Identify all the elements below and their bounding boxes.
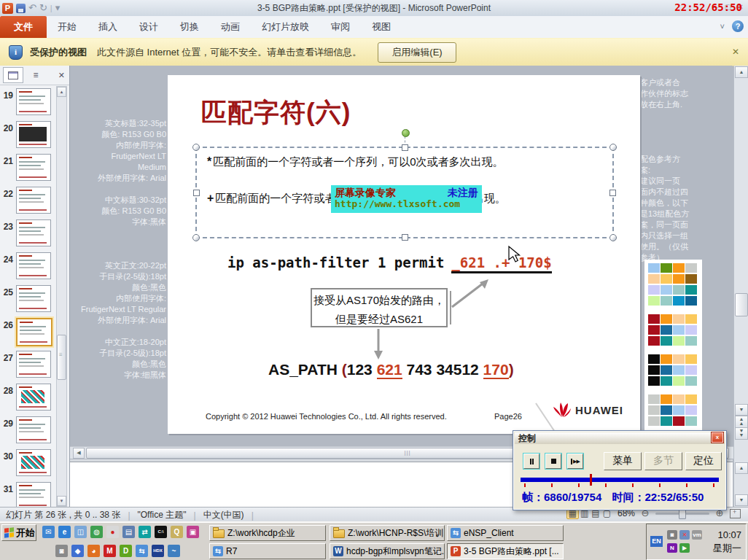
language-bar[interactable]: EN: [650, 536, 663, 547]
handle-right-middle[interactable]: [609, 190, 616, 196]
taskbar-button[interactable]: Z:\work\HCNP-R$S\培训...: [330, 525, 445, 541]
slide-thumbnail-28[interactable]: 28: [0, 381, 55, 414]
handle-left-middle[interactable]: [193, 190, 200, 196]
ribbon-tab-9[interactable]: 视图: [361, 16, 402, 37]
crt-icon[interactable]: ~: [168, 545, 180, 557]
panel-close-icon[interactable]: ✕: [58, 71, 65, 80]
ribbon-tab-5[interactable]: 切换: [169, 16, 210, 37]
fast-forward-button[interactable]: ▶▶: [567, 454, 583, 469]
handle-top-center[interactable]: [402, 144, 408, 151]
messenger-icon[interactable]: ◫: [74, 526, 87, 538]
vertical-scrollbar[interactable]: ▲ ▼ ▲▲ ▼▼ ▲ ▼: [733, 66, 748, 507]
ie-icon[interactable]: e: [58, 526, 71, 538]
multi-section-button[interactable]: 多节: [644, 452, 682, 470]
slide-title[interactable]: 匹配字符(六): [201, 96, 351, 130]
taskbar-button[interactable]: Whcdp-bgp和mplsvpn笔记...: [330, 543, 445, 559]
thumb-scroll-up-icon[interactable]: ▲: [57, 87, 66, 97]
sync-icon[interactable]: ⇄: [139, 526, 151, 538]
hdx-icon[interactable]: HDX: [152, 545, 164, 557]
cmd-icon[interactable]: C:\: [155, 526, 167, 538]
help-icon[interactable]: ?: [732, 20, 744, 32]
scroll-left-icon[interactable]: ◀: [73, 448, 85, 459]
zoom-slider[interactable]: [655, 513, 709, 515]
recorder-control-panel[interactable]: 控制 x ▶▶ 菜单 多节 定位 帧：6860/19754 时间：22:52/6…: [513, 430, 727, 510]
scroll-up-icon[interactable]: ▲: [735, 66, 748, 78]
language-indicator[interactable]: 中文(中国): [203, 509, 244, 521]
tray-onenote-icon[interactable]: N: [667, 543, 677, 553]
taskbar-button[interactable]: P3-5 BGP路由策略.ppt [...: [447, 543, 564, 559]
slide-thumbnail-20[interactable]: 20: [0, 119, 55, 152]
handle-bottom-center[interactable]: [402, 234, 408, 241]
notebook-icon[interactable]: ▤: [122, 526, 135, 538]
slide-26[interactable]: 匹配字符(六) *匹配前面的一个字符或者一个序列，可以0次或者多次出现。 +匹配…: [168, 75, 640, 434]
handle-bottom-right[interactable]: [609, 234, 617, 241]
thumbnail-preview[interactable]: [16, 384, 51, 411]
menu-button[interactable]: 菜单: [604, 452, 642, 470]
virtualbox-icon[interactable]: ◆: [71, 545, 84, 557]
thumbnail-preview[interactable]: [16, 351, 51, 378]
fit-to-window-icon[interactable]: [730, 509, 741, 518]
slide-thumbnail-30[interactable]: 30: [0, 447, 55, 480]
ribbon-tab-3[interactable]: 插入: [87, 16, 128, 37]
ribbon-tab-2[interactable]: 开始: [47, 16, 87, 37]
slide-thumbnail-19[interactable]: 19: [0, 86, 55, 119]
previous-slide-button[interactable]: ▲▲: [735, 416, 748, 428]
thumbnail-preview[interactable]: [16, 88, 51, 115]
thumbnail-preview[interactable]: [16, 121, 51, 148]
thumb-scroll-down-icon[interactable]: ▼: [57, 496, 66, 506]
slide-thumbnail-25[interactable]: 25: [0, 283, 55, 316]
slide-thumbnail-22[interactable]: 22: [0, 184, 55, 217]
firefox-icon[interactable]: ◕: [87, 545, 100, 557]
progress-marker[interactable]: [590, 474, 592, 486]
ribbon-tab-4[interactable]: 设计: [128, 16, 169, 37]
globe-icon[interactable]: ◍: [90, 526, 103, 538]
ribbon-tab-7[interactable]: 幻灯片放映: [251, 16, 320, 37]
start-button[interactable]: 开始: [1, 524, 36, 541]
tray-vmware-icon[interactable]: vm: [692, 530, 702, 540]
tray-network-error-icon[interactable]: ✕: [679, 530, 690, 540]
handle-bottom-left[interactable]: [192, 234, 200, 241]
tray-sync-icon[interactable]: ▶: [679, 543, 690, 553]
notes-scroll-down-icon[interactable]: ▼: [735, 494, 748, 506]
slides-tab[interactable]: [3, 67, 23, 83]
slide-thumbnail-23[interactable]: 23: [0, 217, 55, 250]
slide-thumbnail-27[interactable]: 27: [0, 349, 55, 381]
m-app-icon[interactable]: M: [104, 545, 116, 557]
ribbon-tab-1[interactable]: 文件: [0, 16, 47, 39]
d-app-icon[interactable]: D: [120, 545, 132, 557]
outline-tab[interactable]: ≡: [26, 67, 46, 83]
locate-button[interactable]: 定位: [685, 452, 722, 470]
playback-progress-bar[interactable]: [521, 476, 719, 488]
scroll-down-icon[interactable]: ▼: [735, 404, 748, 416]
control-panel-titlebar[interactable]: 控制: [515, 432, 725, 444]
handle-top-left[interactable]: [192, 144, 200, 151]
handle-top-right[interactable]: [609, 144, 617, 151]
thumbnail-preview[interactable]: [16, 252, 51, 279]
slide-thumbnail-24[interactable]: 24: [0, 250, 55, 283]
outlook-icon[interactable]: ✉: [42, 526, 55, 538]
ribbon-tab-8[interactable]: 审阅: [320, 16, 361, 37]
recorder-icon[interactable]: ◙: [55, 545, 68, 557]
enable-editing-button[interactable]: 启用编辑(E): [378, 42, 456, 63]
rotation-handle[interactable]: [402, 129, 410, 137]
pause-button[interactable]: [523, 454, 539, 469]
theme-name[interactable]: "Office 主题": [138, 509, 187, 521]
thumbnail-scrollbar[interactable]: ▲ ▼: [56, 86, 67, 507]
next-slide-button[interactable]: ▼▼: [735, 427, 748, 440]
stop-button[interactable]: [545, 454, 561, 469]
thumb-scroll-thumb[interactable]: [57, 335, 66, 380]
control-panel-close-icon[interactable]: x: [711, 432, 724, 443]
tray-recorder-icon[interactable]: ◙: [667, 530, 677, 540]
ribbon-tab-6[interactable]: 动画: [210, 16, 251, 37]
image-viewer-icon[interactable]: ▣: [187, 526, 199, 538]
thumbnail-preview[interactable]: [16, 416, 51, 443]
slide-thumbnail-21[interactable]: 21: [0, 152, 55, 184]
vscroll-thumb[interactable]: [735, 293, 748, 316]
thumbnail-preview[interactable]: [16, 482, 51, 509]
thumbnail-preview[interactable]: [16, 449, 51, 476]
thumbnail-preview[interactable]: [16, 285, 51, 312]
notes-scroll-up-icon[interactable]: ▲: [735, 462, 748, 474]
thumbnail-preview[interactable]: [16, 154, 51, 181]
taskbar-button[interactable]: ⇆eNSP_Client: [447, 525, 564, 541]
thumbnail-preview[interactable]: [16, 219, 51, 246]
